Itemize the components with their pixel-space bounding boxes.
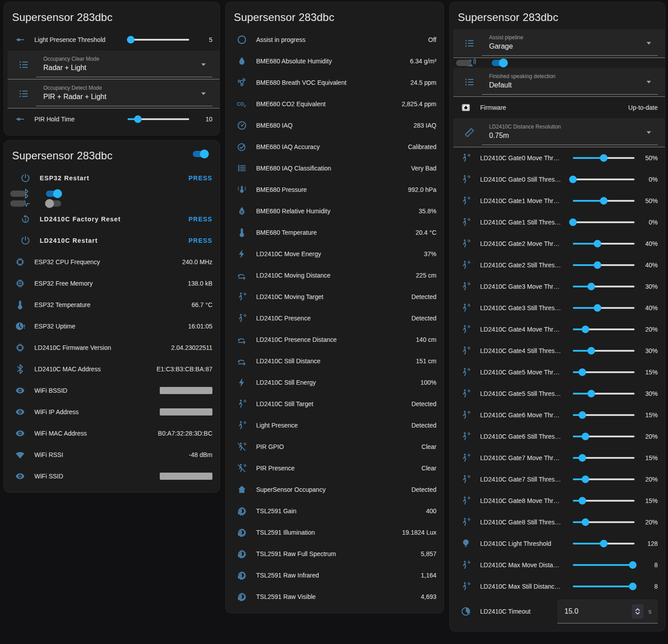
row-value: 20.4 °C	[415, 229, 436, 236]
toggle-ld2410c-bluetooth[interactable]	[45, 189, 62, 199]
slider-ld2410c-gate6-still-thres[interactable]	[573, 429, 635, 444]
motion-icon	[233, 420, 251, 431]
slider-ld2410c-gate3-move-thr[interactable]	[573, 279, 635, 294]
slider-ld2410c-gate0-still-thres[interactable]	[573, 172, 635, 187]
slider-value: 15%	[639, 369, 658, 376]
row-label: ESP32 Restart	[40, 175, 183, 182]
slider-thumb[interactable]	[581, 433, 589, 440]
row-label: LD2410C MAC Address	[34, 366, 151, 373]
slider-thumb[interactable]	[581, 326, 589, 333]
dashboard: Supersensor 283dbc Light Presence Thresh…	[0, 0, 668, 633]
select-field-finished-speaking-detection[interactable]: Finished speaking detectionDefault	[482, 70, 658, 95]
row-label: WiFi SSID	[34, 473, 154, 480]
toggle-ld2410c-engineering-mode[interactable]	[45, 199, 62, 208]
slider-thumb[interactable]	[578, 411, 586, 419]
slider-ld2410c-gate4-move-thr[interactable]	[573, 322, 635, 337]
slider-ld2410c-gate4-still-thres[interactable]	[573, 344, 635, 358]
firmware-icon	[457, 102, 475, 113]
slider-thumb[interactable]	[569, 219, 577, 226]
slider-ld2410c-gate6-move-thr[interactable]	[573, 408, 635, 422]
press-button[interactable]: PRESS	[189, 237, 212, 244]
row-label: LD2410C Gate6 Move Thr…	[480, 411, 569, 419]
row-light-presence: Light PresenceDetected	[226, 415, 444, 436]
list-icon	[461, 77, 478, 87]
slider-ld2410c-gate5-move-thr[interactable]	[573, 365, 635, 379]
slider-ld2410c-max-still-distanc[interactable]	[573, 579, 635, 594]
slider-thumb[interactable]	[581, 519, 589, 526]
slider-fill	[573, 157, 604, 159]
row-label: LD2410C Gate0 Still Thres…	[480, 176, 569, 183]
slider-thumb[interactable]	[578, 454, 586, 462]
chevron-down-icon	[647, 131, 651, 134]
slider-thumb[interactable]	[629, 583, 636, 590]
slider-thumb[interactable]	[594, 240, 602, 248]
slider-value: 20%	[639, 519, 658, 526]
slider-ld2410c-gate2-move-thr[interactable]	[573, 237, 635, 251]
select-label: Assist pipeline	[489, 34, 640, 41]
slider-thumb[interactable]	[594, 304, 602, 312]
slider-thumb[interactable]	[629, 561, 636, 569]
slider-thumb[interactable]	[588, 347, 595, 355]
select-field-ld2410c-distance-resolution[interactable]: LD2410C Distance Resolution0.75m	[482, 120, 658, 145]
slider-thumb[interactable]	[578, 497, 586, 505]
slider-thumb[interactable]	[127, 36, 134, 44]
card-main-toggle[interactable]	[192, 149, 209, 159]
slider-value: 40%	[639, 240, 658, 247]
motion-icon	[457, 217, 475, 228]
slider-thumb[interactable]	[600, 540, 608, 548]
row-label: BME680 Temperature	[256, 229, 410, 236]
slider-thumb[interactable]	[588, 390, 595, 398]
row-firmware: FirmwareUp-to-date	[450, 97, 665, 118]
row-ld2410c-still-energy: LD2410C Still Energy100%	[226, 372, 444, 393]
slider-ld2410c-gate7-still-thres[interactable]	[573, 472, 635, 486]
home-icon	[233, 484, 251, 495]
number-input[interactable]: 15.0s	[557, 599, 658, 623]
slider-thumb[interactable]	[578, 369, 586, 376]
row-tsl2591-raw-visible: TSL2591 Raw Visible4,693	[226, 586, 444, 607]
slider-ld2410c-gate3-still-thres[interactable]	[573, 301, 635, 315]
row-label: TSL2591 Gain	[256, 507, 421, 515]
row-esp32-free-memory: ESP32 Free Memory138.0 kB	[4, 273, 220, 294]
select-field-occupancy-detect-mode[interactable]: Occupancy Detect ModePIR + Radar + Light	[36, 81, 212, 106]
slider-thumb[interactable]	[594, 262, 602, 269]
slider-ld2410c-gate1-still-thres[interactable]	[573, 215, 635, 229]
slider-ld2410c-gate0-move-thr[interactable]	[573, 151, 635, 165]
slider-value: 20%	[639, 326, 658, 333]
slider-ld2410c-gate7-move-thr[interactable]	[573, 451, 635, 465]
press-button[interactable]: PRESS	[189, 175, 212, 182]
card-header: Supersensor 283dbc	[4, 141, 220, 167]
slider-value: 30%	[639, 283, 658, 290]
row-label: LD2410C Gate7 Move Thr…	[480, 454, 569, 461]
stepper-icon[interactable]	[632, 604, 643, 619]
bluetooth-icon	[17, 188, 34, 199]
slider-ld2410c-gate8-still-thres[interactable]	[573, 515, 635, 529]
slider-ld2410c-gate5-still-thres[interactable]	[573, 386, 635, 401]
slider-ld2410c-gate1-move-thr[interactable]	[573, 194, 635, 208]
slider-ld2410c-max-move-dista[interactable]	[573, 558, 635, 572]
slider-thumb[interactable]	[600, 197, 608, 205]
slider-value: 0%	[639, 219, 658, 226]
slider-thumb[interactable]	[600, 154, 608, 162]
tune-icon	[11, 114, 29, 125]
slider-track	[573, 221, 635, 223]
slider-ld2410c-gate2-still-thres[interactable]	[573, 258, 635, 272]
slider-pir-hold-time[interactable]	[128, 112, 189, 126]
slider-light-presence-threshold[interactable]	[128, 33, 189, 47]
card-settings: Supersensor 283dbc Assist pipelineGarage…	[449, 2, 665, 632]
row-label: TSL2591 Illumination	[256, 529, 397, 536]
slider-ld2410c-gate8-move-thr[interactable]	[573, 494, 635, 508]
toggle-enable-wake-word[interactable]	[491, 58, 508, 68]
row-ld2410c-restart: LD2410C RestartPRESS	[9, 230, 220, 251]
slider-thumb[interactable]	[588, 283, 595, 291]
select-field-assist-pipeline[interactable]: Assist pipelineGarage	[482, 31, 658, 56]
slider-thumb[interactable]	[569, 176, 577, 183]
slider-ld2410c-light-threshold[interactable]	[573, 536, 635, 551]
slider-thumb[interactable]	[134, 116, 142, 123]
motion-icon	[457, 431, 475, 442]
slider-thumb[interactable]	[581, 476, 589, 483]
row-value: 400	[426, 507, 436, 515]
select-field-occupancy-clear-mode[interactable]: Occupancy Clear ModeRadar + Light	[36, 52, 212, 77]
motion-icon	[457, 174, 475, 185]
row-label: LD2410C Firmware Version	[34, 344, 166, 351]
press-button[interactable]: PRESS	[189, 216, 212, 223]
